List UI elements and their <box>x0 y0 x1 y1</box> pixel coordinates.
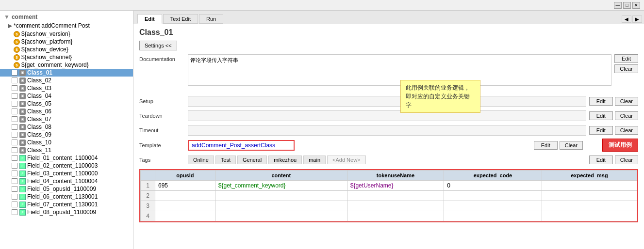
sidebar-item[interactable]: ▣ Class_10 <box>0 139 133 146</box>
tag-mikezhou[interactable]: mikezhou <box>268 156 302 164</box>
robot-icon: ▣ <box>19 78 26 84</box>
teardown-label: Teardown <box>139 113 188 119</box>
sidebar-item[interactable]: F Field_02_content_1100003 <box>0 162 133 170</box>
teardown-input[interactable] <box>188 110 586 121</box>
timeout-label: Timeout <box>139 127 188 133</box>
robot-icon: ▣ <box>19 101 26 107</box>
table-col-opusid: opusId <box>155 171 215 181</box>
sidebar-label: *comment addComment Post <box>14 22 90 29</box>
row-num: 4 <box>141 211 155 221</box>
timeout-edit-button[interactable]: Edit <box>589 126 613 135</box>
template-edit-button[interactable]: Edit <box>534 141 558 150</box>
variable-icon: $ <box>14 31 20 37</box>
timeout-input[interactable] <box>188 125 586 136</box>
row-num: 3 <box>141 201 155 211</box>
sidebar-item[interactable]: F Field_01_content_1100004 <box>0 154 133 162</box>
tag-online[interactable]: Online <box>188 156 214 164</box>
sidebar-item[interactable]: ▣ Class_05 <box>0 100 133 108</box>
row-content[interactable]: ${get_comment_keyword} <box>215 181 347 191</box>
robot-icon: ▣ <box>19 93 26 99</box>
robot-icon: ▣ <box>19 70 26 76</box>
sidebar-item[interactable]: F Field_08_opusId_1100009 <box>0 208 133 216</box>
timeout-clear-button[interactable]: Clear <box>615 126 638 135</box>
sidebar-item[interactable]: ▣ Class_08 <box>0 123 133 131</box>
teardown-edit-button[interactable]: Edit <box>589 111 613 120</box>
sidebar-item[interactable]: ▣ Class_11 <box>0 146 133 154</box>
data-table-container: opusId content tokenuseName expected_cod… <box>139 169 638 222</box>
documentation-edit-button[interactable]: Edit <box>614 54 638 63</box>
teardown-clear-button[interactable]: Clear <box>615 111 638 120</box>
sidebar-item[interactable]: F Field_04_content_1100004 <box>0 177 133 185</box>
sidebar-item[interactable]: $ ${acshow_version} <box>0 30 133 38</box>
sidebar-item-class-01[interactable]: ▣ Class_01 <box>0 69 133 77</box>
sidebar-item[interactable]: F Field_06_content_1130001 <box>0 193 133 201</box>
tab-text-edit[interactable]: Text Edit <box>163 14 198 24</box>
setup-edit-button[interactable]: Edit <box>589 97 613 106</box>
template-clear-button[interactable]: Clear <box>560 141 583 150</box>
title-bar: — □ ✕ <box>0 0 644 11</box>
robot-icon: ▣ <box>19 109 26 115</box>
sidebar-item[interactable]: ▣ Class_06 <box>0 108 133 115</box>
row-tokenusename[interactable]: ${getUserName} <box>347 181 444 191</box>
maximize-button[interactable]: □ <box>623 2 631 9</box>
table-row: 1 695 ${get_comment_keyword} ${getUserNa… <box>141 181 637 191</box>
setup-clear-button[interactable]: Clear <box>615 97 638 106</box>
table-row: 4 <box>141 211 637 221</box>
sidebar-item[interactable]: F Field_05_opusId_1100009 <box>0 185 133 193</box>
field-icon: F <box>19 209 26 216</box>
sidebar-item[interactable]: ▣ Class_04 <box>0 92 133 100</box>
settings-button[interactable]: Settings << <box>139 41 177 50</box>
robot-icon: ▣ <box>19 147 26 154</box>
tab-prev-button[interactable]: ◀ <box>622 16 631 23</box>
tooltip-test-case: 测试用例 <box>602 139 638 152</box>
sidebar-item[interactable]: ▣ Class_02 <box>0 77 133 84</box>
sidebar-item[interactable]: $ ${get_comment_keyword} <box>0 61 133 69</box>
row-expected-msg[interactable] <box>542 181 637 191</box>
tag-main[interactable]: main <box>303 156 326 164</box>
tag-add-new[interactable]: <Add New> <box>327 156 365 164</box>
setup-row: Setup Edit Clear <box>139 95 638 108</box>
timeout-row: Timeout Edit Clear <box>139 124 638 137</box>
tags-clear-button[interactable]: Clear <box>615 156 638 164</box>
sidebar-item[interactable]: $ ${acshow_channel} <box>0 53 133 61</box>
field-icon: F <box>19 186 26 192</box>
documentation-clear-button[interactable]: Clear <box>614 64 638 73</box>
robot-icon: ▣ <box>19 116 26 123</box>
tags-row: Tags Online Test General mikezhou main <… <box>139 154 638 166</box>
template-value[interactable]: addComment_Post_assertClass <box>188 140 295 151</box>
template-row: Template addComment_Post_assertClass Edi… <box>139 139 638 152</box>
sidebar-item[interactable]: F Field_03_content_1100000 <box>0 170 133 177</box>
table-col-expected-code: expected_code <box>444 171 542 181</box>
documentation-label: Documentation <box>139 54 188 62</box>
sidebar-item[interactable]: $ ${acshow_device} <box>0 46 133 53</box>
tab-nav: ◀ ▶ <box>622 16 642 23</box>
close-button[interactable]: ✕ <box>632 2 640 9</box>
documentation-row: Documentation 评论字段传入字符串 Edit Clear <box>139 54 638 93</box>
tags-edit-button[interactable]: Edit <box>589 156 613 164</box>
tab-edit[interactable]: Edit <box>137 14 162 24</box>
row-num: 1 <box>141 181 155 191</box>
sidebar-header: ▼ comment <box>0 13 133 21</box>
sidebar-item[interactable]: ▣ Class_09 <box>0 131 133 139</box>
tab-next-button[interactable]: ▶ <box>632 16 642 23</box>
sidebar-item[interactable]: $ ${acshow_platform} <box>0 38 133 46</box>
sidebar-item[interactable]: ▣ Class_07 <box>0 115 133 123</box>
field-icon: F <box>19 178 26 185</box>
field-icon: F <box>19 202 26 208</box>
sidebar-item[interactable]: ▶ *comment addComment Post <box>0 21 133 30</box>
field-icon: F <box>19 163 26 169</box>
row-expected-code[interactable]: 0 <box>444 181 542 191</box>
field-icon: F <box>19 155 26 161</box>
variable-icon: $ <box>14 62 20 68</box>
tag-general[interactable]: General <box>237 156 267 164</box>
robot-icon: ▣ <box>19 140 26 146</box>
sidebar-item[interactable]: F Field_07_content_1130001 <box>0 201 133 208</box>
setup-input[interactable] <box>188 96 586 107</box>
field-icon: F <box>19 194 26 200</box>
documentation-input[interactable]: 评论字段传入字符串 <box>188 54 611 86</box>
row-opusid[interactable]: 695 <box>155 181 215 191</box>
minimize-button[interactable]: — <box>614 2 622 9</box>
tag-test[interactable]: Test <box>215 156 236 164</box>
tab-run[interactable]: Run <box>199 14 223 24</box>
sidebar-item[interactable]: ▣ Class_03 <box>0 84 133 92</box>
